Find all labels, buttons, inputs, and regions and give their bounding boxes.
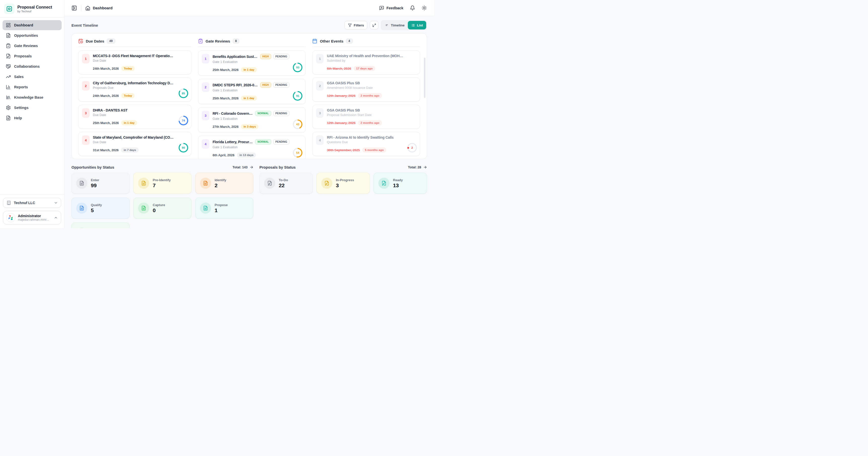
sidebar-item-label: Proposals — [14, 54, 32, 58]
other-events-list: 1UAE Ministry of Health and Prevention (… — [312, 50, 420, 159]
opportunity-card-submitted[interactable]: Submitted29 — [71, 222, 130, 228]
card-subtitle: Due Date — [93, 59, 175, 62]
sidebar-item-help[interactable]: Help — [2, 113, 62, 123]
event-card[interactable]: 2City of Gaithersburg, Information Techn… — [78, 78, 191, 102]
event-card[interactable]: 1MCCATS-3 -DGS Fleet Management IT Opera… — [78, 50, 191, 74]
content: Event Timeline Filters — [64, 16, 434, 228]
card-number: 1 — [202, 54, 209, 63]
sidebar-item-collaborations[interactable]: Collaborations — [2, 61, 62, 71]
card-title-row: MCCATS-3 -DGS Fleet Management IT Operat… — [93, 54, 175, 58]
event-card[interactable]: 2DMDC STEPS RFI_2026-03-23, DMDC STEPS..… — [198, 79, 306, 104]
event-card[interactable]: 4State of Maryland, Comptroller of Maryl… — [78, 132, 191, 156]
sidebar-item-opportunities[interactable]: Opportunities — [2, 30, 62, 40]
card-title-row: State of Maryland, Comptroller of Maryla… — [93, 135, 175, 140]
proposals-total-link[interactable]: Total: 28 — [408, 165, 427, 169]
sidebar-item-label: Dashboard — [14, 23, 33, 27]
card-date-row: 12th January, 20262 months ago — [327, 93, 404, 98]
user-menu[interactable]: Administrator majedur.rahman.mmr... — [3, 211, 61, 224]
event-card[interactable]: 3DHRA - DANTES ASTDue Date25th March, 20… — [78, 105, 191, 129]
feedback-button[interactable]: Feedback — [379, 5, 403, 10]
opportunity-card-capture[interactable]: Capture0 — [133, 197, 191, 219]
divider — [81, 5, 81, 11]
card-text: Identify2 — [215, 178, 226, 188]
notifications-button[interactable] — [410, 5, 415, 10]
card-title: DHRA - DANTES AST — [93, 108, 128, 112]
card-text: Qualify5 — [91, 203, 102, 213]
expand-button[interactable] — [370, 21, 378, 29]
card-number: 2 — [82, 81, 90, 91]
trending-up-icon — [6, 74, 11, 79]
event-card[interactable]: 1UAE Ministry of Health and Prevention (… — [312, 50, 420, 74]
sidebar-item-reports[interactable]: Reports — [2, 82, 62, 92]
filters-button[interactable]: Filters — [344, 21, 368, 29]
sidebar-item-label: Knowledge Base — [14, 95, 43, 99]
sidebar-item-knowledge-base[interactable]: Knowledge Base — [2, 92, 62, 102]
event-card[interactable]: 2GSA OASIS Plus SBAmendment 0008 Issuanc… — [312, 78, 420, 102]
proposal-card-ready[interactable]: Ready13 — [374, 173, 427, 194]
library-icon — [6, 95, 11, 100]
sidebar-item-sales[interactable]: Sales — [2, 72, 62, 82]
sidebar-item-settings[interactable]: Settings — [2, 103, 62, 113]
sidebar-item-dashboard[interactable]: Dashboard — [2, 20, 62, 30]
card-text: Capture0 — [153, 203, 165, 213]
sidebar-item-label: Gate Reviews — [14, 44, 38, 48]
priority-badge: HIGH — [260, 82, 271, 88]
card-date: 30th September, 2025 — [327, 148, 360, 152]
status-card-label: Qualify — [91, 203, 102, 207]
scrollbar-thumb[interactable] — [424, 58, 426, 98]
event-card[interactable]: 3GSA OASIS Plus SBProposal Submission St… — [312, 105, 420, 129]
card-number: 4 — [202, 139, 209, 149]
opportunity-card-propose[interactable]: Propose1 — [195, 197, 253, 219]
dashboard-icon — [6, 23, 11, 28]
opportunity-card-qualify[interactable]: Qualify5 — [71, 197, 130, 219]
opportunities-total-link[interactable]: Total: 143 — [232, 165, 253, 169]
event-card[interactable]: 4RFI - Arizona AI to Identify Swatting C… — [312, 132, 420, 156]
card-number: 3 — [82, 108, 90, 118]
card-date-row: 25th March, 2026in 1 day — [93, 120, 175, 125]
event-card[interactable]: 3RFI - Colorado Governor's OIT - Insider… — [198, 107, 306, 133]
sidebar-item-gate-reviews[interactable]: Gate Reviews — [2, 41, 62, 51]
view-toggle-list[interactable]: List — [408, 21, 426, 29]
card-body: DHRA - DANTES ASTDue Date25th March, 202… — [93, 108, 188, 125]
file-pen-icon — [321, 178, 332, 189]
status-card-label: Enter — [91, 178, 99, 182]
org-selector[interactable]: Technuf LLC — [3, 198, 61, 208]
progress-ring: 85 — [179, 89, 188, 98]
card-text: Pre-Identify7 — [153, 178, 171, 188]
card-title-row: GSA OASIS Plus SB — [327, 108, 404, 112]
card-body: GSA OASIS Plus SBProposal Submission Sta… — [327, 108, 416, 125]
opportunity-card-pre-identify[interactable]: Pre-Identify7 — [133, 173, 191, 194]
card-date: 6th April, 2026 — [213, 153, 235, 157]
sidebar-item-label: Reports — [14, 85, 28, 89]
chevron-down-icon — [54, 201, 58, 205]
chart-icon — [6, 85, 11, 90]
opportunity-card-enter[interactable]: Enter99 — [71, 173, 130, 194]
due-badge: 2 months ago — [358, 120, 382, 125]
building-icon — [6, 200, 11, 205]
opportunity-card-identify[interactable]: Identify2 — [195, 173, 253, 194]
proposal-card-to-do[interactable]: To-Do22 — [259, 173, 313, 194]
event-card[interactable]: 4Florida Lottery, Procurement Management… — [198, 135, 306, 159]
card-number: 3 — [316, 108, 323, 118]
opportunities-grid: Enter99Pre-Identify7Identify2Qualify5Cap… — [71, 173, 253, 228]
event-card[interactable]: 1Benefits Application Sustainment and In… — [198, 50, 306, 76]
progress-value: 93 — [296, 66, 299, 69]
sidebar-item-proposals[interactable]: Proposals — [2, 51, 62, 61]
collapse-sidebar-button[interactable] — [71, 5, 77, 11]
card-text: To-Do22 — [279, 178, 288, 188]
card-date-row: 24th March, 2026Today — [93, 66, 175, 71]
card-date: 24th March, 2026 — [93, 67, 119, 70]
card-text: Propose1 — [215, 203, 228, 213]
card-number: 3 — [202, 111, 209, 120]
brand: Proposal Connect by Technuf — [0, 0, 64, 18]
view-toggle-timeline[interactable]: Timeline — [382, 21, 408, 29]
status-card-label: Capture — [153, 203, 165, 207]
column-count: 4 — [346, 38, 353, 43]
breadcrumb[interactable]: Dashboard — [85, 5, 113, 10]
card-title: RFI - Colorado Governor's OIT - Insider … — [213, 112, 253, 116]
theme-toggle-button[interactable] — [422, 5, 427, 10]
card-title: MCCATS-3 -DGS Fleet Management IT Operat… — [93, 54, 175, 58]
card-title: City of Gaithersburg, Information Techno… — [93, 81, 175, 85]
proposal-card-in-progress[interactable]: In-Progress3 — [316, 173, 370, 194]
event-timeline-panel: Due Dates 49 1MCCATS-3 -DGS Fleet Manage… — [71, 33, 427, 159]
